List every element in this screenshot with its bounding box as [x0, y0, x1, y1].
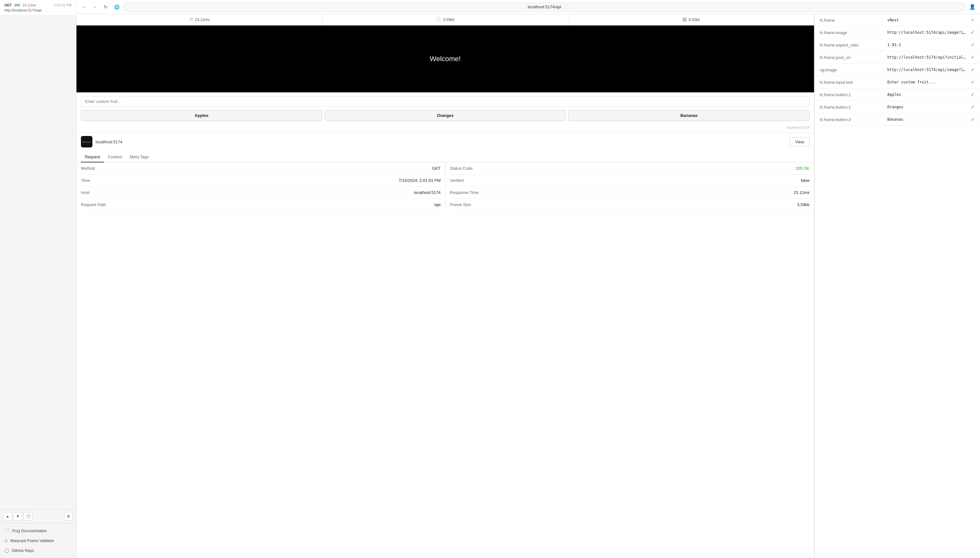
meta-value-6: Apples [887, 92, 967, 97]
sidebar-item-warpcast[interactable]: ◇ Warpcast Frame Validator [0, 536, 76, 546]
topbar: ← → ↻ 🌐 👤 [77, 0, 980, 14]
value-response-time: 23.12ms [794, 190, 809, 195]
sidebar-item-frog-docs[interactable]: 📄 Frog Documentation [0, 526, 76, 536]
detail-row-time: Time 7/15/2024, 2:01:01 PM [81, 174, 441, 187]
meta-row-1: fc:frame:image http://localhost:5174/api… [815, 26, 980, 39]
frame-footer: localhost:5174 [77, 124, 814, 133]
clock-icon: ⏱ [189, 17, 193, 22]
sidebar-links: 📄 Frog Documentation ◇ Warpcast Frame Va… [0, 523, 76, 558]
label-time: Time [81, 178, 126, 183]
meta-value-7: Oranges [887, 105, 967, 109]
meta-key-2: fc:frame:aspect_ratio [820, 43, 883, 48]
url-bar[interactable] [123, 3, 966, 11]
sidebar-link-label-github: GitHub Repo [12, 548, 34, 553]
tab-context[interactable]: Context [104, 152, 126, 162]
meta-key-3: fc:frame:post_url [820, 55, 883, 60]
forward-button[interactable]: → [90, 3, 99, 11]
detail-row-path: Request Path /api [81, 199, 441, 211]
globe-button[interactable]: 🌐 [112, 3, 121, 11]
label-status: Status Code [450, 166, 494, 171]
value-method: GET [432, 166, 441, 171]
meta-value-0: vNext [887, 18, 967, 22]
value-path: /api [434, 202, 441, 207]
meta-row-2: fc:frame:aspect_ratio 1.91:1 ✓ [815, 39, 980, 51]
back-button[interactable]: ← [80, 3, 89, 11]
nav-controls: ▲ ▼ 🕐 ⊞ [0, 509, 76, 523]
request-details: Method GET Time 7/15/2024, 2:01:01 PM Ho… [77, 162, 814, 211]
meta-key-4: og:image [820, 67, 883, 72]
label-verified: Verified [450, 178, 494, 183]
meta-check-3: ✓ [971, 54, 975, 60]
doc-icon: 📄 [5, 528, 10, 533]
meta-row-6: fc:frame:button:1 Apples ✓ [815, 89, 980, 101]
meta-row-3: fc:frame:post_url http://localhost:5174/… [815, 51, 980, 64]
meta-key-5: fc:frame:input:text [820, 80, 883, 85]
sidebar-link-label-warpcast: Warpcast Frame Validator [10, 538, 54, 543]
refresh-button[interactable]: ↻ [101, 3, 110, 11]
label-frame-size: Frame Size [450, 202, 494, 207]
frame-origin-bar: Welcome localhost:5174 View [77, 133, 814, 151]
meta-check-8: ✓ [971, 117, 975, 122]
request-url: http://localhost:5174/api [5, 8, 72, 12]
diamond-icon: ◇ [5, 538, 8, 543]
origin-url: localhost:5174 [95, 140, 786, 144]
meta-value-5: Enter custom fruit... [887, 80, 967, 84]
label-host: Host [81, 190, 126, 195]
label-response-time: Response Time [450, 190, 494, 195]
meta-check-0: ✓ [971, 17, 975, 23]
frame-input-area [77, 92, 814, 107]
detail-row-method: Method GET [81, 162, 441, 174]
meta-panel: fc:frame vNext ✓ fc:frame:image http://l… [814, 14, 980, 558]
meta-key-6: fc:frame:button:1 [820, 92, 883, 97]
tab-request[interactable]: Request [81, 152, 104, 162]
stat-timing: ⏱ 23.12ms [77, 14, 322, 25]
label-path: Request Path [81, 202, 126, 207]
detail-row-host: Host localhost:5174 [81, 187, 441, 199]
request-timestamp: 2:01:01 PM [54, 3, 72, 7]
label-method: Method [81, 166, 126, 171]
view-button[interactable]: View [790, 137, 809, 146]
sidebar-item-github[interactable]: ◯ GitHub Repo [0, 546, 76, 555]
image-icon: 🖼 [683, 17, 686, 22]
frame-image: Welcome! [77, 25, 814, 92]
frame-button-bananas[interactable]: Bananas [568, 110, 809, 121]
frame-text-input[interactable] [81, 96, 809, 107]
meta-check-2: ✓ [971, 42, 975, 48]
detail-row-response-time: Response Time 23.12ms [450, 187, 809, 199]
origin-thumbnail: Welcome [81, 136, 92, 148]
request-timing: 23.12ms [23, 3, 36, 7]
detail-row-status: Status Code 200 OK [450, 162, 809, 174]
stat-size: 📄 3.59kb [322, 14, 568, 25]
meta-check-6: ✓ [971, 92, 975, 97]
value-host: localhost:5174 [414, 190, 441, 195]
request-left-col: Method GET Time 7/15/2024, 2:01:01 PM Ho… [77, 162, 445, 211]
github-icon: ◯ [5, 548, 9, 553]
content-area: ⏱ 23.12ms 📄 3.59kb 🖼 9.50kb Welcome! [77, 14, 980, 558]
meta-value-4: http://localhost:5174/api/image?image=N4… [887, 67, 967, 72]
meta-value-1: http://localhost:5174/api/image?image=N4… [887, 30, 967, 35]
welcome-text: Welcome! [430, 55, 461, 63]
nav-grid-button[interactable]: ⊞ [64, 512, 73, 520]
sidebar-request-item[interactable]: GET 200 23.12ms 2:01:01 PM http://localh… [0, 0, 76, 16]
sidebar: GET 200 23.12ms 2:01:01 PM http://localh… [0, 0, 77, 558]
nav-down-button[interactable]: ▼ [13, 512, 22, 520]
meta-row-7: fc:frame:button:2 Oranges ✓ [815, 101, 980, 113]
sidebar-link-label-frog: Frog Documentation [12, 529, 47, 533]
frame-footer-host: localhost:5174 [787, 125, 809, 129]
meta-key-7: fc:frame:button:2 [820, 105, 883, 110]
user-button[interactable]: 👤 [968, 3, 977, 11]
nav-up-button[interactable]: ▲ [3, 512, 12, 520]
value-status: 200 OK [796, 166, 809, 171]
stat-timing-value: 23.12ms [195, 18, 210, 22]
tabs-bar: Request Context Meta Tags [77, 152, 814, 162]
stat-image-size: 🖼 9.50kb [568, 14, 814, 25]
stat-size-value: 3.59kb [443, 18, 454, 22]
nav-clock-button[interactable]: 🕐 [24, 512, 33, 520]
frame-button-oranges[interactable]: Oranges [325, 110, 566, 121]
meta-value-3: http://localhost:5174/api?initialPath=%2… [887, 55, 967, 59]
frame-button-apples[interactable]: Apples [81, 110, 322, 121]
tab-metatags[interactable]: Meta Tags [126, 152, 153, 162]
frame-stats-bar: ⏱ 23.12ms 📄 3.59kb 🖼 9.50kb [77, 14, 814, 25]
meta-check-7: ✓ [971, 104, 975, 110]
meta-row-0: fc:frame vNext ✓ [815, 14, 980, 26]
